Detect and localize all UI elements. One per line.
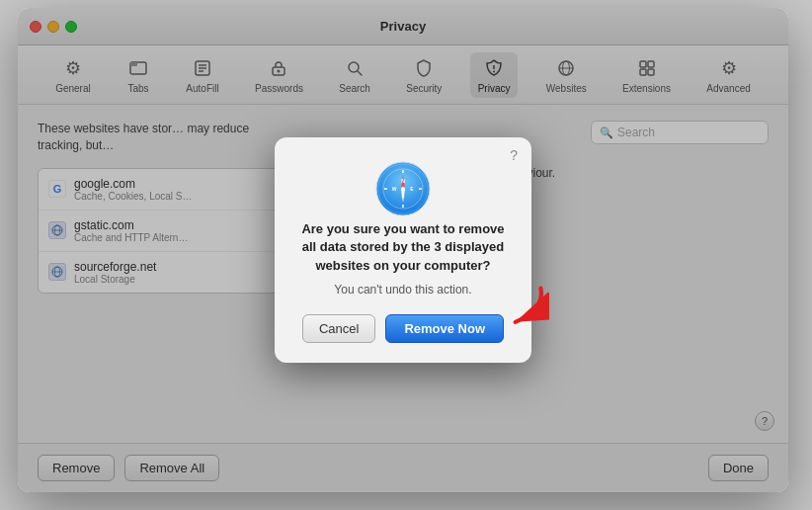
- modal-buttons: Cancel Remove Now: [294, 314, 512, 343]
- svg-point-34: [401, 187, 405, 191]
- svg-text:N: N: [401, 178, 405, 184]
- remove-now-button[interactable]: Remove Now: [385, 314, 504, 343]
- main-window: Privacy General Tabs AutoFill Passwords: [18, 8, 788, 492]
- confirmation-modal: ?: [275, 137, 531, 363]
- svg-text:W: W: [392, 186, 397, 192]
- safari-icon: N S E W: [375, 161, 431, 220]
- modal-help-button[interactable]: ?: [510, 147, 518, 163]
- modal-overlay: ?: [18, 8, 788, 492]
- cancel-button[interactable]: Cancel: [302, 314, 375, 343]
- modal-title: Are you sure you want to remove all data…: [294, 220, 512, 275]
- modal-subtitle: You can't undo this action.: [334, 283, 471, 297]
- remove-now-container: Remove Now: [385, 314, 504, 343]
